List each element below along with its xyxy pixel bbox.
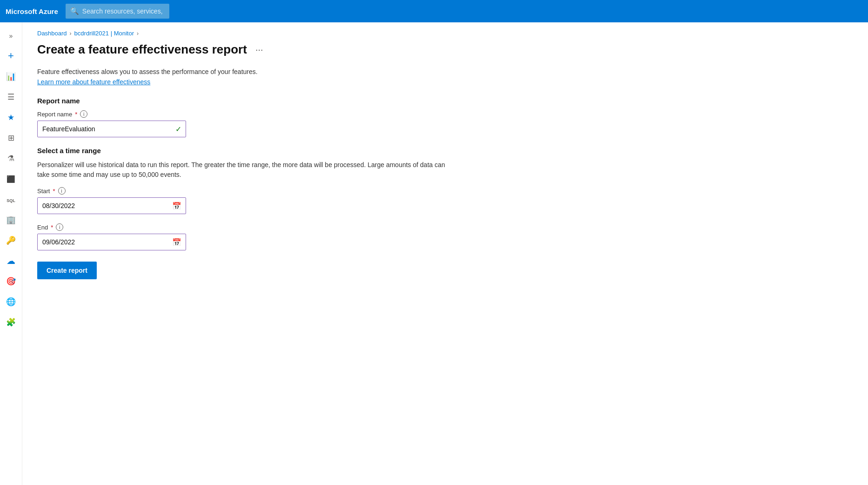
sidebar-item-globe[interactable]: [2, 292, 20, 311]
end-date-input[interactable]: [37, 234, 186, 250]
sidebar-item-barchart[interactable]: [2, 67, 20, 86]
report-name-input[interactable]: [37, 121, 186, 137]
report-name-check-icon: ✓: [175, 125, 181, 134]
end-date-label: End: [37, 224, 48, 231]
sidebar-item-cloud[interactable]: [2, 251, 20, 270]
time-range-heading: Select a time range: [37, 147, 853, 155]
start-date-input[interactable]: [37, 197, 186, 214]
cloud-icon: [7, 256, 15, 266]
radar-icon: [6, 276, 16, 286]
star-icon: [7, 113, 14, 122]
end-date-form-group: End * i 📅: [37, 223, 853, 250]
sidebar-item-add[interactable]: [2, 47, 20, 65]
breadcrumb-sep-2: ›: [137, 30, 139, 37]
start-date-form-group: Start * i 📅: [37, 187, 853, 214]
report-name-label-row: Report name * i: [37, 110, 853, 118]
description-text: Feature effectiveness alows you to asses…: [37, 68, 853, 75]
sidebar-item-grid[interactable]: [2, 128, 20, 147]
report-name-heading: Report name: [37, 97, 853, 105]
sidebar-item-building[interactable]: [2, 210, 20, 229]
end-date-input-wrapper: 📅: [37, 234, 186, 250]
time-range-section: Select a time range Personalizer will us…: [37, 147, 853, 250]
report-name-info-icon[interactable]: i: [80, 110, 87, 118]
start-date-input-wrapper: 📅: [37, 197, 186, 214]
time-range-description: Personalizer will use historical data to…: [37, 160, 456, 180]
sidebar-item-puzzle[interactable]: [2, 313, 20, 331]
breadcrumb-dashboard[interactable]: Dashboard: [37, 30, 67, 37]
sql-icon: [7, 195, 15, 204]
sidebar-item-flask[interactable]: [2, 149, 20, 168]
flask-icon: [7, 154, 14, 163]
report-name-required: *: [75, 111, 77, 118]
breadcrumb-sep-1: ›: [70, 30, 72, 37]
page-title: Create a feature effectiveness report: [37, 42, 247, 57]
sidebar: [0, 22, 22, 485]
report-name-form-group: Report name * i ✓: [37, 110, 853, 137]
content-area: Dashboard › bcdrdrill2021 | Monitor › Cr…: [22, 22, 868, 485]
topbar: Microsoft Azure 🔍: [0, 0, 868, 22]
create-report-button[interactable]: Create report: [37, 262, 97, 279]
key-icon: [6, 236, 16, 245]
report-name-label: Report name: [37, 111, 72, 118]
brand-name: Microsoft Azure: [6, 7, 58, 15]
puzzle-icon: [6, 317, 16, 327]
sidebar-item-radar[interactable]: [2, 272, 20, 290]
sidebar-item-star[interactable]: [2, 108, 20, 127]
end-date-calendar-icon[interactable]: 📅: [172, 238, 181, 247]
end-date-info-icon[interactable]: i: [56, 223, 63, 231]
page-title-row: Create a feature effectiveness report ··…: [37, 42, 853, 57]
start-date-label-row: Start * i: [37, 187, 853, 195]
sidebar-item-chevron[interactable]: [2, 26, 20, 45]
breadcrumb-monitor[interactable]: bcdrdrill2021 | Monitor: [74, 30, 134, 37]
sidebar-item-sql[interactable]: [2, 190, 20, 209]
search-input[interactable]: [66, 4, 169, 19]
end-date-required: *: [51, 224, 53, 231]
chevron-icon: [9, 31, 13, 40]
learn-more-link[interactable]: Learn more about feature effectiveness: [37, 78, 150, 86]
globe-icon: [6, 297, 16, 307]
bar-chart-icon: [6, 72, 16, 81]
add-icon: [8, 50, 14, 62]
start-date-info-icon[interactable]: i: [58, 187, 66, 195]
start-date-label: Start: [37, 188, 50, 195]
sidebar-item-list[interactable]: [2, 88, 20, 106]
sidebar-item-cube[interactable]: [2, 169, 20, 188]
grid-icon: [8, 133, 14, 143]
start-date-calendar-icon[interactable]: 📅: [172, 202, 181, 210]
search-wrapper: 🔍: [66, 4, 484, 19]
breadcrumb: Dashboard › bcdrdrill2021 | Monitor ›: [37, 30, 853, 37]
main-layout: Dashboard › bcdrdrill2021 | Monitor › Cr…: [0, 22, 868, 485]
list-icon: [7, 92, 14, 102]
search-icon: 🔍: [70, 7, 79, 15]
sidebar-item-key[interactable]: [2, 231, 20, 249]
end-date-label-row: End * i: [37, 223, 853, 231]
more-menu-button[interactable]: ···: [253, 43, 266, 56]
report-name-input-wrapper: ✓: [37, 121, 186, 137]
start-date-required: *: [53, 188, 55, 195]
report-name-section: Report name Report name * i ✓: [37, 97, 853, 137]
building-icon: [6, 215, 16, 225]
cube-icon: [7, 174, 15, 184]
